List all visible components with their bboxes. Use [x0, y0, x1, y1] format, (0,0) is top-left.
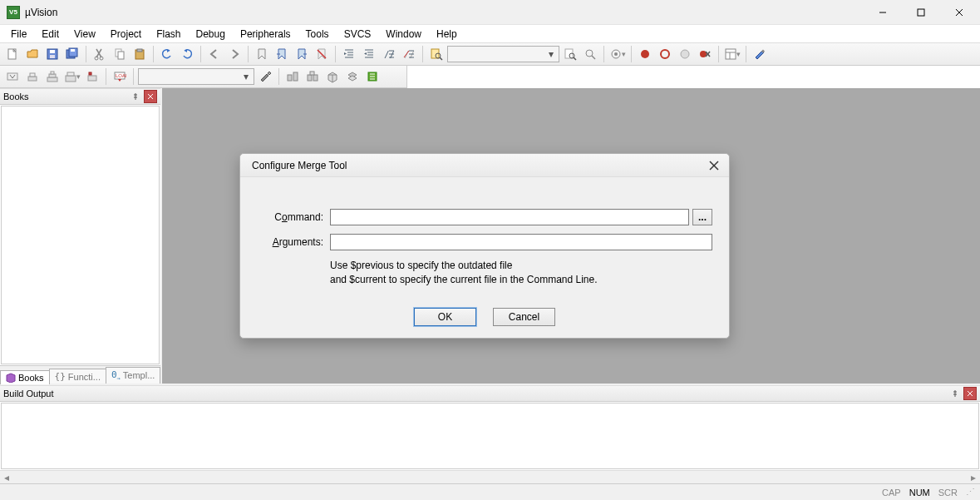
menu-tools[interactable]: Tools [298, 27, 337, 42]
find-in-files-button[interactable] [427, 45, 446, 63]
window-layout-button[interactable]: ▾ [723, 45, 741, 63]
download-button[interactable]: LOAD [111, 67, 129, 86]
bookmark-prev-button[interactable] [273, 45, 291, 63]
svg-rect-16 [137, 49, 142, 52]
cut-button[interactable] [91, 45, 109, 63]
find-combo[interactable]: ▾ [447, 46, 559, 62]
command-input[interactable] [330, 209, 689, 225]
minimize-button[interactable] [864, 0, 902, 25]
pack-installer-button[interactable] [323, 67, 342, 86]
mdi-area: Configure Merge Tool Command: ... Argume… [162, 88, 980, 384]
target-options-button[interactable] [256, 67, 274, 86]
menu-svcs[interactable]: SVCS [337, 27, 379, 42]
pin-icon[interactable] [129, 90, 142, 103]
redo-button[interactable] [178, 45, 196, 63]
panel-close-button[interactable] [963, 387, 977, 400]
manage-rtenv-button[interactable] [283, 67, 302, 86]
menu-edit[interactable]: Edit [34, 27, 66, 42]
undo-button[interactable] [158, 45, 176, 63]
horizontal-scrollbar[interactable]: ◂ ▸ [0, 470, 980, 483]
svg-rect-6 [50, 50, 55, 53]
svg-rect-68 [293, 72, 298, 81]
breakpoint-insert-button[interactable] [636, 45, 654, 63]
nav-back-button[interactable] [205, 45, 224, 63]
bookmark-next-button[interactable] [293, 45, 311, 63]
menu-project[interactable]: Project [103, 27, 149, 42]
menu-flash[interactable]: Flash [149, 27, 188, 42]
save-button[interactable] [43, 45, 62, 63]
batch-build-button[interactable]: ▾ [63, 67, 81, 86]
books-button[interactable] [363, 67, 382, 86]
paste-button[interactable] [131, 45, 149, 63]
status-scr: SCR [938, 488, 958, 498]
menu-debug[interactable]: Debug [189, 27, 233, 42]
svg-point-41 [586, 50, 593, 57]
svg-rect-10 [71, 49, 75, 52]
menubar: File Edit View Project Flash Debug Perip… [0, 25, 980, 43]
find-button[interactable] [561, 45, 579, 63]
breakpoint-enable-button[interactable] [656, 45, 674, 63]
dialog-hint: Use $previous to specify the outdated fi… [330, 259, 712, 287]
build-output-header: Build Output [0, 385, 980, 402]
scroll-right-icon[interactable]: ▸ [967, 471, 980, 484]
panel-close-button[interactable] [144, 90, 157, 103]
incremental-find-button[interactable] [581, 45, 599, 63]
copy-button[interactable] [111, 45, 129, 63]
browse-button[interactable]: ... [692, 209, 712, 225]
indent-button[interactable] [340, 45, 358, 63]
stop-build-button[interactable] [83, 67, 101, 86]
select-packs-button[interactable] [303, 67, 322, 86]
debug-button[interactable]: ▾ [608, 45, 627, 63]
tab-functions[interactable]: {} Functi... [49, 369, 106, 384]
svg-rect-59 [49, 74, 56, 77]
cancel-button[interactable]: Cancel [493, 308, 555, 326]
dialog-titlebar[interactable]: Configure Merge Tool [240, 154, 729, 177]
menu-file[interactable]: File [3, 27, 34, 42]
svg-rect-57 [30, 73, 35, 77]
svg-rect-56 [28, 77, 37, 81]
menu-peripherals[interactable]: Peripherals [233, 27, 298, 42]
resize-grip-icon[interactable]: ⋰ [966, 487, 975, 498]
configure-button[interactable] [751, 45, 769, 63]
build-output-text[interactable] [1, 403, 979, 469]
nav-forward-button[interactable] [225, 45, 244, 63]
tab-books[interactable]: Books [0, 370, 50, 384]
save-all-button[interactable] [63, 45, 81, 63]
svg-point-47 [681, 50, 689, 58]
menu-window[interactable]: Window [378, 27, 429, 42]
dialog-close-button[interactable] [706, 157, 722, 174]
books-tree[interactable] [1, 106, 160, 364]
close-button[interactable] [940, 0, 978, 25]
svg-rect-14 [118, 52, 124, 59]
arguments-input[interactable] [330, 234, 712, 250]
translate-button[interactable] [3, 67, 22, 86]
arguments-label: Arguments: [257, 236, 323, 248]
breakpoint-disable-all-button[interactable] [676, 45, 694, 63]
comment-button[interactable]: // [380, 45, 398, 63]
manage-layers-button[interactable] [343, 67, 362, 86]
svg-rect-64 [89, 72, 91, 75]
pin-icon[interactable] [948, 387, 962, 400]
build-output-panel: Build Output ◂ ▸ [0, 384, 980, 483]
menu-view[interactable]: View [66, 27, 103, 42]
status-num: NUM [909, 488, 930, 498]
tab-templates[interactable]: 0→ Templ... [106, 367, 160, 384]
build-button[interactable] [23, 67, 42, 86]
menu-help[interactable]: Help [429, 27, 465, 42]
toolbar-build: ▾ LOAD ▾ [0, 66, 407, 88]
breakpoint-kill-all-button[interactable] [696, 45, 714, 63]
configure-merge-tool-dialog: Configure Merge Tool Command: ... Argume… [239, 153, 730, 339]
rebuild-button[interactable] [43, 67, 62, 86]
unindent-button[interactable] [360, 45, 378, 63]
target-combo[interactable]: ▾ [138, 68, 254, 85]
bookmark-toggle-button[interactable] [253, 45, 271, 63]
scroll-left-icon[interactable]: ◂ [0, 471, 13, 484]
bookmark-clear-button[interactable] [313, 45, 331, 63]
svg-rect-71 [310, 72, 314, 75]
uncomment-button[interactable]: // [400, 45, 418, 63]
maximize-button[interactable] [902, 0, 940, 25]
ok-button[interactable]: OK [414, 308, 476, 326]
svg-rect-7 [50, 55, 55, 58]
open-file-button[interactable] [23, 45, 42, 63]
new-file-button[interactable] [3, 45, 22, 63]
